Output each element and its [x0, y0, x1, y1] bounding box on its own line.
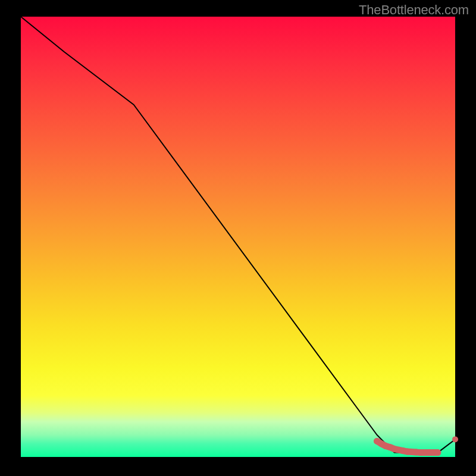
plot-background	[21, 17, 455, 457]
marker-dot	[434, 449, 441, 456]
marker-dot	[404, 449, 411, 455]
marker-dot	[417, 449, 424, 456]
end-point-marker	[452, 436, 458, 442]
chart-container: TheBottleneck.com	[0, 0, 476, 476]
bottleneck-chart	[0, 0, 476, 476]
attribution-text: TheBottleneck.com	[359, 2, 469, 18]
marker-dot	[391, 446, 397, 452]
